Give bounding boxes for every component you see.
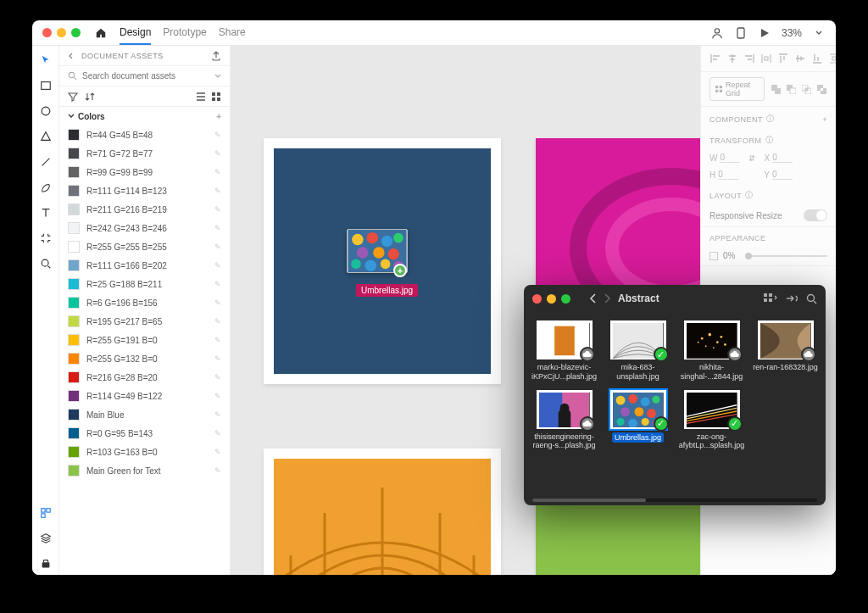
align-left-icon[interactable] (709, 53, 721, 64)
color-item[interactable]: R=103 G=163 B=0✎ (59, 443, 230, 461)
edit-icon[interactable]: ✎ (214, 298, 221, 307)
height-input[interactable]: 0 (718, 170, 738, 180)
finder-item[interactable]: ✓Umbrellas.jpg (603, 388, 673, 453)
opacity-slider[interactable] (745, 255, 827, 257)
color-item[interactable]: Main Green for Text✎ (59, 461, 230, 480)
edit-icon[interactable]: ✎ (214, 354, 221, 363)
color-item[interactable]: R=0 G=95 B=143✎ (59, 424, 230, 443)
pen-tool[interactable] (34, 176, 58, 198)
finder-maximize-button[interactable] (561, 294, 570, 304)
distribute-h-icon[interactable] (760, 53, 772, 64)
ellipse-tool[interactable] (34, 100, 58, 122)
boolean-intersect-icon[interactable] (800, 83, 812, 95)
finder-forward-icon[interactable] (603, 293, 611, 304)
search-dropdown-icon[interactable] (214, 73, 221, 80)
edit-icon[interactable]: ✎ (214, 261, 221, 270)
list-view-icon[interactable] (196, 92, 206, 102)
text-tool[interactable] (34, 202, 58, 224)
color-item[interactable]: R=114 G=49 B=122✎ (59, 387, 230, 405)
color-item[interactable]: R=255 G=191 B=0✎ (59, 331, 230, 349)
color-item[interactable]: R=195 G=217 B=65✎ (59, 312, 230, 331)
edit-icon[interactable]: ✎ (214, 224, 221, 232)
finder-window[interactable]: Abstract marko-blazevic-iKPxCjU...plash.… (524, 285, 826, 505)
edit-icon[interactable]: ✎ (214, 131, 221, 139)
opacity-checkbox[interactable] (709, 252, 718, 260)
color-item[interactable]: R=242 G=243 B=246✎ (59, 219, 230, 237)
polygon-tool[interactable] (34, 125, 58, 148)
edit-icon[interactable]: ✎ (214, 448, 221, 456)
edit-icon[interactable]: ✎ (214, 429, 221, 437)
lock-aspect-icon[interactable]: ⇵ (748, 153, 755, 163)
responsive-resize-toggle[interactable] (804, 209, 827, 221)
tab-prototype[interactable]: Prototype (163, 21, 206, 45)
edit-icon[interactable]: ✎ (214, 373, 221, 382)
edit-icon[interactable]: ✎ (214, 242, 221, 251)
finder-item[interactable]: nikhita-singhal-...2844.jpg (676, 319, 747, 383)
layers-icon[interactable] (34, 527, 58, 549)
align-center-v-icon[interactable] (794, 53, 806, 64)
back-icon[interactable] (68, 53, 76, 59)
zoom-tool[interactable] (34, 253, 58, 275)
info-icon[interactable]: ⓘ (766, 114, 775, 125)
info-icon[interactable]: ⓘ (745, 190, 754, 201)
edit-icon[interactable]: ✎ (214, 410, 221, 419)
play-icon[interactable] (758, 26, 771, 40)
finder-item[interactable]: ren-ran-168328.jpg (750, 319, 821, 383)
edit-icon[interactable]: ✎ (214, 392, 221, 400)
color-item[interactable]: R=216 G=28 B=20✎ (59, 368, 230, 387)
finder-item[interactable]: ✓mika-683-unsplash.jpg (603, 319, 673, 383)
finder-minimize-button[interactable] (547, 294, 556, 304)
color-item[interactable]: Main Blue✎ (59, 405, 230, 424)
finder-close-button[interactable] (532, 294, 542, 304)
maximize-window-button[interactable] (71, 28, 81, 37)
user-icon[interactable] (710, 26, 724, 40)
distribute-v-icon[interactable] (828, 53, 836, 64)
boolean-add-icon[interactable] (770, 83, 782, 95)
filter-icon[interactable] (68, 92, 78, 102)
finder-more-icon[interactable] (786, 294, 798, 303)
edit-icon[interactable]: ✎ (214, 280, 221, 288)
assets-icon[interactable] (34, 502, 58, 524)
align-right-icon[interactable] (743, 53, 755, 64)
color-item[interactable]: R=71 G=72 B=77✎ (59, 144, 230, 163)
upload-icon[interactable] (211, 51, 221, 61)
rectangle-tool[interactable] (34, 75, 58, 97)
artboard-tool[interactable] (34, 227, 58, 249)
finder-item[interactable]: thisisengineering-raeng-s...plash.jpg (529, 388, 599, 453)
add-component-icon[interactable]: + (822, 115, 827, 124)
color-item[interactable]: R=6 G=196 B=156✎ (59, 293, 230, 312)
info-icon[interactable]: ⓘ (765, 135, 774, 146)
tab-share[interactable]: Share (219, 21, 246, 45)
color-item[interactable]: R=255 G=255 B=255✎ (59, 237, 230, 256)
boolean-exclude-icon[interactable] (815, 83, 827, 95)
add-color-icon[interactable]: + (216, 112, 221, 121)
color-item[interactable]: R=211 G=216 B=219✎ (59, 200, 230, 219)
color-item[interactable]: R=25 G=188 B=211✎ (59, 275, 230, 293)
color-item[interactable]: R=111 G=166 B=202✎ (59, 256, 230, 275)
home-icon[interactable] (94, 26, 108, 40)
minimize-window-button[interactable] (57, 28, 66, 37)
edit-icon[interactable]: ✎ (214, 187, 221, 195)
edit-icon[interactable]: ✎ (214, 149, 221, 158)
x-input[interactable]: 0 (772, 153, 793, 163)
y-input[interactable]: 0 (772, 170, 793, 180)
boolean-subtract-icon[interactable] (785, 83, 797, 95)
finder-item[interactable]: ✓zac-ong-afybtLp...splash.jpg (676, 388, 747, 453)
color-item[interactable]: R=255 G=132 B=0✎ (59, 349, 230, 368)
edit-icon[interactable]: ✎ (214, 466, 221, 475)
sort-icon[interactable] (85, 92, 95, 102)
edit-icon[interactable]: ✎ (214, 168, 221, 176)
select-tool[interactable] (34, 49, 58, 71)
tab-design[interactable]: Design (120, 21, 151, 45)
finder-back-icon[interactable] (589, 293, 598, 304)
align-center-h-icon[interactable] (726, 53, 738, 64)
grid-view-icon[interactable] (211, 92, 221, 102)
colors-section-header[interactable]: Colors + (59, 107, 230, 125)
width-input[interactable]: 0 (720, 153, 740, 163)
edit-icon[interactable]: ✎ (214, 205, 221, 214)
artboard-3[interactable] (264, 449, 501, 575)
finder-item[interactable]: marko-blazevic-iKPxCjU...plash.jpg (529, 319, 599, 383)
zoom-level[interactable]: 33% (782, 27, 802, 39)
color-item[interactable]: R=99 G=99 B=99✎ (59, 163, 230, 181)
repeat-grid-button[interactable]: Repeat Grid (709, 77, 765, 101)
